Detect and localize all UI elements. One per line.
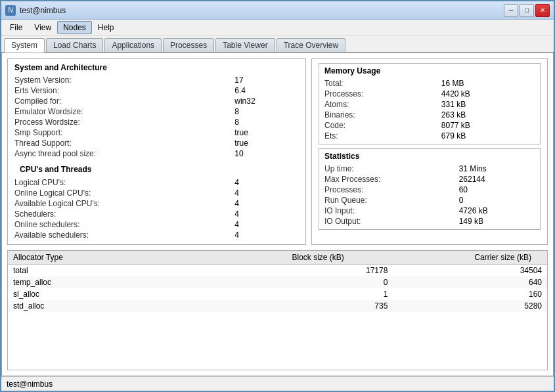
label: Processes:	[324, 185, 454, 195]
table-row: Binaries: 263 kB	[324, 110, 535, 120]
col-block-size: Block size (kB)	[175, 251, 349, 265]
divider-row	[14, 159, 299, 164]
tab-bar: System Load Charts Applications Processe…	[1, 35, 554, 53]
table-row: Emulator Wordsize: 8	[14, 106, 299, 117]
value: 31 Mins	[454, 163, 535, 174]
allocator-table-scroll[interactable]: total 17178 34504 temp_alloc 0 640 sl_al…	[8, 265, 547, 370]
table-row: Processes: 60	[324, 185, 535, 195]
value: 149 kB	[454, 216, 535, 227]
table-row: Max Processes: 262144	[324, 174, 535, 185]
table-row: Available Logical CPU's: 4	[14, 198, 299, 209]
tab-table-viewer[interactable]: Table Viewer	[215, 38, 275, 52]
right-panel: Memory Usage Total: 16 MB Processes: 442…	[311, 58, 548, 245]
table-row: Ets: 679 kB	[324, 131, 535, 141]
menu-help[interactable]: Help	[92, 21, 120, 34]
app-icon: N	[5, 5, 16, 16]
block-size: 735	[239, 300, 393, 312]
label: Emulator Wordsize:	[14, 106, 229, 117]
top-section: System and Architecture System Version: …	[7, 58, 548, 245]
carrier-size: 640	[393, 276, 547, 288]
statistics-table: Up time: 31 Mins Max Processes: 262144 P…	[324, 163, 535, 227]
label: Async thread pool size:	[14, 148, 229, 159]
allocator-data-table: total 17178 34504 temp_alloc 0 640 sl_al…	[8, 265, 547, 312]
carrier-size: 5280	[393, 300, 547, 312]
label: Erts Version:	[14, 85, 229, 96]
label: Smp Support:	[14, 127, 229, 138]
main-content: System and Architecture System Version: …	[1, 53, 554, 376]
memory-usage-table: Total: 16 MB Processes: 4420 kB Atoms: 3…	[324, 78, 535, 141]
cpu-threads-title: CPU's and Threads	[20, 165, 296, 174]
allocator-type: temp_alloc	[8, 276, 239, 288]
value: 4	[229, 177, 299, 188]
statistics-panel: Statistics Up time: 31 Mins Max Processe…	[319, 148, 541, 230]
statistics-title: Statistics	[324, 152, 535, 161]
menu-nodes[interactable]: Nodes	[57, 21, 92, 34]
label: IO Input:	[324, 206, 454, 216]
block-size: 0	[239, 276, 393, 288]
maximize-button[interactable]: □	[520, 4, 534, 17]
value: 4420 kB	[436, 89, 535, 99]
value: 4726 kB	[454, 206, 535, 216]
minimize-button[interactable]: ─	[504, 4, 518, 17]
value: win32	[229, 96, 299, 106]
table-row: Thread Support: true	[14, 138, 299, 148]
label: Up time:	[324, 163, 454, 174]
table-row: Async thread pool size: 10	[14, 148, 299, 159]
label: Online Logical CPU's:	[14, 188, 229, 198]
table-row: CPU's and Threads	[14, 164, 299, 177]
label: Processes:	[324, 89, 436, 99]
table-header-row: Allocator Type Block size (kB) Carrier s…	[8, 251, 547, 265]
value: 6.4	[229, 85, 299, 96]
window-controls: ─ □ ✕	[504, 4, 550, 17]
value: 10	[229, 148, 299, 159]
table-row: Atoms: 331 kB	[324, 99, 535, 110]
value: 331 kB	[436, 99, 535, 110]
menu-file[interactable]: File	[4, 21, 28, 34]
allocator-type: total	[8, 265, 239, 276]
label: Available Logical CPU's:	[14, 198, 229, 209]
value: 8077 kB	[436, 120, 535, 131]
table-row: Run Queue: 0	[324, 195, 535, 206]
label: Code:	[324, 120, 436, 131]
tab-processes[interactable]: Processes	[163, 38, 214, 52]
label: IO Output:	[324, 216, 454, 227]
col-allocator-type: Allocator Type	[8, 251, 175, 265]
value: true	[229, 138, 299, 148]
memory-usage-title: Memory Usage	[324, 66, 535, 76]
table-row: Online Logical CPU's: 4	[14, 188, 299, 198]
label: Total:	[324, 78, 436, 89]
table-row: temp_alloc 0 640	[8, 276, 547, 288]
title-bar-text: test@nimbus	[20, 6, 504, 15]
main-window: N test@nimbus ─ □ ✕ File View Nodes Help…	[0, 0, 555, 392]
tab-applications[interactable]: Applications	[104, 38, 162, 52]
menu-view[interactable]: View	[28, 21, 57, 34]
value: 263 kB	[436, 110, 535, 120]
value: 60	[454, 185, 535, 195]
tab-load-charts[interactable]: Load Charts	[46, 38, 103, 52]
label: Thread Support:	[14, 138, 229, 148]
tab-system[interactable]: System	[4, 38, 45, 53]
label: Run Queue:	[324, 195, 454, 206]
close-button[interactable]: ✕	[535, 4, 550, 17]
table-row: Process Wordsize: 8	[14, 117, 299, 127]
allocator-table: Allocator Type Block size (kB) Carrier s…	[8, 251, 547, 265]
table-row: IO Output: 149 kB	[324, 216, 535, 227]
system-architecture-table: System Version: 17 Erts Version: 6.4 Com…	[14, 75, 299, 240]
table-row: IO Input: 4726 kB	[324, 206, 535, 216]
value: 8	[229, 117, 299, 127]
status-bar: test@nimbus	[1, 376, 554, 391]
system-architecture-title: System and Architecture	[14, 63, 299, 72]
label: Binaries:	[324, 110, 436, 120]
block-size: 17178	[239, 265, 393, 276]
tab-trace-overview[interactable]: Trace Overview	[277, 38, 346, 52]
allocator-table-section: Allocator Type Block size (kB) Carrier s…	[7, 250, 548, 370]
carrier-size: 160	[393, 288, 547, 300]
table-row: System Version: 17	[14, 75, 299, 85]
table-row: Erts Version: 6.4	[14, 85, 299, 96]
table-row: Total: 16 MB	[324, 78, 535, 89]
table-row: Smp Support: true	[14, 127, 299, 138]
value: 4	[229, 188, 299, 198]
table-row: Logical CPU's: 4	[14, 177, 299, 188]
table-row: Processes: 4420 kB	[324, 89, 535, 99]
value: 4	[229, 198, 299, 209]
